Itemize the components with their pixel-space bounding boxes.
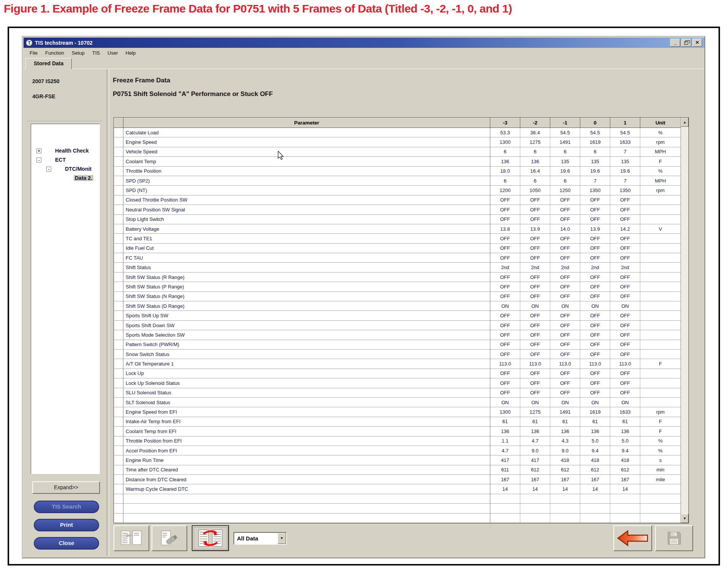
value-cell: OFF	[580, 330, 610, 340]
menu-item-file[interactable]: File	[26, 50, 41, 56]
table-row[interactable]: Neutral Position SW SignalOFFOFFOFFOFFOF…	[114, 205, 681, 214]
refresh-data-view-button[interactable]	[192, 525, 229, 551]
value-cell: OFF	[520, 234, 550, 243]
table-row[interactable]: Intake-Air Temp from EFI6161616161F	[114, 417, 681, 426]
row-gutter-cell	[114, 272, 123, 282]
menu-item-setup[interactable]: Setup	[68, 50, 88, 56]
restore-button[interactable]	[681, 39, 691, 47]
table-row[interactable]: Battery Voltage13.813.914.013.914.2V	[114, 224, 681, 233]
value-cell: OFF	[490, 272, 520, 282]
tree-collapse-icon[interactable]: -	[36, 158, 41, 162]
table-row[interactable]: SLT Solenoid StatusONONONONON	[114, 397, 681, 407]
table-row[interactable]: Snow Switch StatusOFFOFFOFFOFFOFF	[114, 349, 681, 359]
dropdown-arrow-icon[interactable]: ▼	[278, 533, 286, 544]
table-row[interactable]: SLU Solenoid StatusOFFOFFOFFOFFOFF	[114, 388, 681, 397]
table-row[interactable]: Shift SW Status (N Range)OFFOFFOFFOFFOFF	[114, 291, 681, 301]
parameter-cell: Shift SW Status (D Range)	[123, 301, 490, 311]
table-row[interactable]: Warmup Cycle Cleared DTC1414141414	[114, 484, 681, 494]
table-row[interactable]: Sports Mode Selection SWOFFOFFOFFOFFOFF	[114, 330, 681, 340]
row-gutter-cell	[114, 407, 123, 417]
table-row[interactable]: SPD (NT)12001050125013501350rpm	[114, 186, 681, 195]
window-title: TIS techstream - 10702	[35, 40, 93, 46]
tree-item-ect[interactable]: -ECT	[31, 155, 99, 164]
table-row[interactable]: Lock UpOFFOFFOFFOFFOFF	[114, 369, 681, 378]
compare-data-button[interactable]	[114, 525, 149, 551]
tree-collapse-icon[interactable]: -	[46, 167, 51, 172]
row-gutter-cell	[114, 157, 123, 166]
row-gutter-cell	[114, 166, 123, 176]
value-cell: ON	[550, 301, 580, 311]
table-row[interactable]: Closed Throttle Position SWOFFOFFOFFOFFO…	[114, 195, 681, 205]
menu-item-user[interactable]: User	[104, 50, 122, 56]
table-row[interactable]: Distance from DTC Cleared167167167167167…	[114, 475, 681, 484]
tab-stored-data[interactable]: Stored Data	[25, 58, 72, 69]
value-cell: OFF	[490, 330, 520, 340]
table-row[interactable]: Engine Speed13001275149116191633rpm	[114, 137, 681, 147]
table-row[interactable]: Coolant Temp from EFI136136136136136F	[114, 427, 681, 436]
table-row[interactable]: Pattern Switch (PWR/M)OFFOFFOFFOFFOFF	[114, 340, 681, 349]
row-gutter-cell	[114, 455, 123, 465]
table-row[interactable]: Shift SW Status (P Range)OFFOFFOFFOFFOFF	[114, 282, 681, 291]
table-row[interactable]: Idle Fuel CutOFFOFFOFFOFFOFF	[114, 243, 681, 253]
tis-search-button[interactable]: TIS Search	[34, 501, 99, 513]
tree-expand-icon[interactable]: +	[36, 148, 41, 153]
table-row[interactable]: Coolant Temp136136135135135F	[114, 157, 681, 166]
table-row[interactable]: Engine Run Time417417418418418s	[114, 455, 681, 465]
row-gutter-cell	[114, 234, 123, 243]
app-icon: T	[26, 39, 33, 46]
close-button[interactable]: ✕	[692, 39, 702, 47]
table-row[interactable]: Lock Up Solenoid StatusOFFOFFOFFOFFOFF	[114, 378, 681, 388]
value-cell: 5.0	[610, 436, 640, 446]
table-row[interactable]: Sports Shift Up SWOFFOFFOFFOFFOFF	[114, 311, 681, 320]
parameter-cell: TC and TE1	[123, 234, 490, 243]
value-cell: OFF	[550, 388, 580, 397]
menu-item-help[interactable]: Help	[122, 50, 140, 56]
menu-item-function[interactable]: Function	[41, 50, 68, 56]
table-scrollbar[interactable]: ▲ ▼	[681, 118, 689, 523]
menu-item-tis[interactable]: TIS	[88, 50, 104, 56]
value-cell: 113.0	[550, 359, 580, 369]
scroll-up-button[interactable]: ▲	[681, 118, 689, 127]
unit-cell	[640, 513, 681, 523]
minimize-button[interactable]: _	[670, 39, 680, 47]
table-row[interactable]: Throttle Position18.016.419.619.619.6%	[114, 166, 681, 176]
table-row[interactable]: Vehicle Speed66667MPH	[114, 147, 681, 156]
expand-button[interactable]: Expand>>	[32, 481, 100, 494]
tree-item-dtc-monit[interactable]: -DTC/Monit	[31, 164, 99, 173]
value-cell: 1200	[490, 186, 520, 195]
table-row[interactable]: Shift SW Status (D Range)ONONONONON	[114, 301, 681, 311]
save-button[interactable]	[655, 525, 693, 551]
value-cell: 6	[550, 176, 580, 185]
table-row[interactable]: Stop Light SwitchOFFOFFOFFOFFOFF	[114, 214, 681, 224]
sidebar-splitter[interactable]	[107, 69, 109, 556]
table-row[interactable]: Sports Shift Down SWOFFOFFOFFOFFOFF	[114, 320, 681, 330]
value-cell: OFF	[610, 282, 640, 291]
table-row[interactable]: Throttle Position from EFI1.14.74.35.05.…	[114, 436, 681, 446]
value-cell: 418	[550, 455, 580, 465]
unit-cell	[640, 205, 681, 214]
tree-item-health-check[interactable]: +Health Check	[31, 146, 99, 155]
data-capture-button[interactable]	[152, 525, 187, 551]
table-row[interactable]: Shift SW Status (R Range)OFFOFFOFFOFFOFF	[114, 272, 681, 282]
table-row[interactable]: SPD (SP2)66677MPH	[114, 176, 681, 185]
parameter-cell: SLT Solenoid Status	[123, 397, 490, 407]
table-row[interactable]: Time after DTC Cleared611612612612612min	[114, 465, 681, 474]
table-row[interactable]: FC TAUOFFOFFOFFOFFOFF	[114, 253, 681, 263]
table-row[interactable]: Accel Position from EFI4.79.09.09.49.4%	[114, 446, 681, 455]
table-row[interactable]: TC and TE1OFFOFFOFFOFFOFF	[114, 234, 681, 243]
value-cell: 113.0	[610, 359, 640, 369]
scroll-down-button[interactable]: ▼	[681, 514, 689, 523]
parameter-cell: Sports Shift Up SW	[123, 311, 490, 320]
value-cell: OFF	[520, 253, 550, 263]
table-row[interactable]: Shift Status2nd2nd2nd2nd2nd	[114, 263, 681, 272]
value-cell: 4.7	[520, 436, 550, 446]
table-row[interactable]: A/T Oil Temperature 1113.0113.0113.0113.…	[114, 359, 681, 369]
parameter-cell: Lock Up	[123, 369, 490, 378]
print-button[interactable]: Print	[34, 519, 99, 531]
table-row[interactable]: Calculate Load53.336.454.554.554.5%	[114, 128, 681, 137]
close-app-button[interactable]: Close	[34, 537, 99, 550]
data-filter-dropdown[interactable]: All Data ▼	[234, 532, 287, 545]
back-button[interactable]	[613, 525, 652, 551]
table-row[interactable]: Engine Speed from EFI1300127514911619163…	[114, 407, 681, 417]
tree-item-data-2[interactable]: Data 2.	[31, 173, 99, 183]
